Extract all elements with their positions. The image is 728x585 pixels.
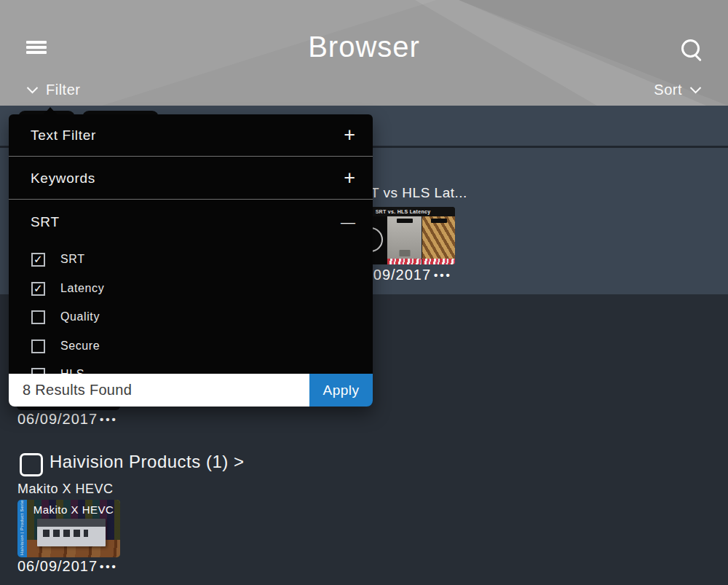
- thumbnail-hls-pane: [422, 216, 455, 264]
- filter-label: Filter: [46, 82, 80, 98]
- page-title: Browser: [0, 31, 728, 63]
- filter-dropdown-toggle[interactable]: Filter: [26, 82, 80, 98]
- app-header: Browser Filter Sort: [0, 0, 728, 106]
- encoder-device-image: [37, 519, 106, 546]
- search-icon[interactable]: [680, 39, 703, 62]
- product-thumbnail[interactable]: Haivision | Product Series Makito X HEVC: [17, 500, 120, 557]
- filter-panel-footer: 8 Results Found Apply: [9, 374, 373, 407]
- thumbnail-title-overlay: Makito X HEVC: [27, 503, 120, 516]
- product-card-title: Makito X HEVC: [17, 482, 114, 497]
- checkbox-unchecked[interactable]: [31, 339, 45, 353]
- section-header-products[interactable]: Haivision Products (1) >: [50, 452, 244, 472]
- filter-option-srt[interactable]: ✓ SRT: [31, 252, 85, 267]
- results-count: 8 Results Found: [9, 374, 309, 407]
- apply-button[interactable]: Apply: [309, 374, 373, 407]
- browser-screen: Browser Filter Sort SRT vs HLS Lat... SR…: [0, 0, 728, 585]
- plus-icon[interactable]: +: [344, 168, 355, 188]
- thumbnail-srt-pane: [387, 216, 422, 264]
- filter-panel: Text Filter + Keywords + SRT — ✓ SRT ✓ L…: [9, 114, 373, 407]
- filter-row-label: Text Filter: [31, 127, 96, 144]
- filter-option-quality[interactable]: Quality: [31, 310, 100, 324]
- chevron-down-icon: [689, 86, 702, 94]
- checkbox-checked[interactable]: ✓: [31, 253, 45, 267]
- filter-option-secure[interactable]: Secure: [31, 339, 100, 353]
- filter-row-text-filter[interactable]: Text Filter +: [9, 114, 373, 157]
- more-options-button[interactable]: •••: [100, 413, 118, 425]
- plus-icon[interactable]: +: [344, 125, 355, 145]
- filter-row-srt[interactable]: SRT —: [9, 201, 373, 243]
- chevron-down-icon: [26, 86, 39, 94]
- section-select-checkbox[interactable]: [20, 453, 43, 476]
- sort-label: Sort: [654, 82, 682, 98]
- more-options-button[interactable]: •••: [100, 560, 118, 573]
- product-series-badge: Haivision | Product Series: [17, 500, 27, 557]
- sort-dropdown-toggle[interactable]: Sort: [654, 82, 702, 98]
- dropdown-caret: [44, 107, 57, 114]
- minus-icon[interactable]: —: [341, 215, 355, 229]
- product-card-date: 06/09/2017: [17, 558, 98, 575]
- hidden-card-date: 06/09/2017: [17, 411, 98, 428]
- checkbox-unchecked[interactable]: [31, 310, 45, 324]
- filter-option-latency[interactable]: ✓ Latency: [31, 281, 104, 296]
- filter-row-label: Keywords: [31, 170, 95, 187]
- checkbox-checked[interactable]: ✓: [31, 282, 45, 296]
- filter-row-keywords[interactable]: Keywords +: [9, 157, 373, 200]
- more-options-button[interactable]: •••: [434, 269, 452, 281]
- filter-row-label: SRT: [31, 214, 60, 230]
